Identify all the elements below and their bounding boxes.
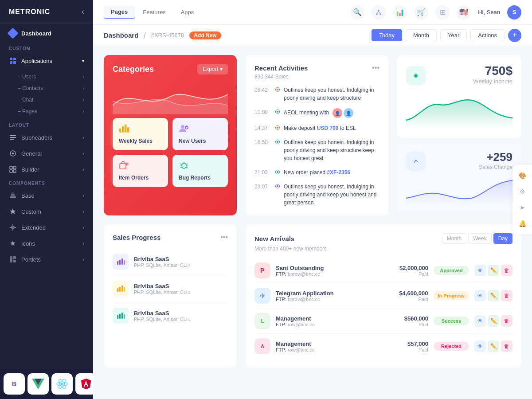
actions-button[interactable]: Actions [470, 29, 505, 41]
svg-rect-58 [121, 286, 123, 292]
sidebar-sub-users[interactable]: – Users › [18, 71, 93, 82]
sidebar-item-custom[interactable]: Custom › [0, 203, 93, 219]
sidebar-collapse-button[interactable]: ‹ [82, 7, 84, 16]
vue-icon[interactable] [27, 373, 49, 395]
activities-more-button[interactable]: ••• [372, 64, 379, 72]
rp-settings-icon[interactable]: ⚙ [515, 184, 529, 199]
sidebar-item-general[interactable]: General › [0, 145, 93, 161]
svg-rect-14 [11, 194, 15, 196]
base-label: Base [21, 192, 35, 199]
delete-button-4[interactable]: 🗑 [501, 340, 512, 352]
filter-today[interactable]: Today [372, 29, 402, 41]
arrivals-filter-day[interactable]: Day [493, 233, 512, 244]
tab-pages[interactable]: Pages [104, 6, 135, 19]
pages-label: – Pages [18, 108, 37, 114]
bootstrap-icon[interactable]: B [4, 373, 25, 395]
delete-button-3[interactable]: 🗑 [501, 315, 512, 327]
activities-title: Recent Activities [254, 64, 308, 72]
sidebar-item-builder[interactable]: Builder › [0, 161, 93, 177]
icons-label: Icons [21, 240, 35, 247]
order-link[interactable]: #XF-2356 [327, 169, 350, 176]
arrival-ftp-4: FTP: row@bnc.cc [276, 347, 383, 352]
tab-features[interactable]: Features [136, 6, 172, 19]
act-text-3: Make deposit USD 700 to ESL [284, 124, 379, 132]
activity-item: 16:50 Outlines keep you honest. Indulgin… [254, 138, 379, 162]
builder-chevron: › [83, 167, 84, 172]
analytics-button[interactable]: 📊 [393, 5, 407, 20]
income-icon [406, 66, 426, 86]
mini-card-weekly-sales[interactable]: Weekly Sales [113, 118, 168, 150]
svg-point-8 [12, 153, 14, 154]
framework-bar: B [0, 369, 93, 399]
view-button-4[interactable]: 👁 [474, 340, 486, 352]
sidebar-item-icons[interactable]: Icons › [0, 235, 93, 251]
filter-month[interactable]: Month [406, 29, 437, 41]
add-button[interactable]: + [508, 29, 521, 42]
view-button-2[interactable]: 👁 [474, 290, 486, 301]
edit-button-1[interactable]: ✏️ [488, 265, 499, 276]
mini-card-bug-reports[interactable]: Bug Reports [172, 155, 228, 187]
tab-apps[interactable]: Apps [174, 6, 201, 19]
sales-progress-card: Sales Progress ••• Briviba SaaS PHP, SQL… [104, 224, 237, 368]
connections-button[interactable] [372, 5, 386, 20]
grid-button[interactable]: ⊞ [435, 5, 450, 20]
portlets-chevron: › [83, 257, 84, 262]
sales-progress-more[interactable]: ••• [220, 233, 228, 241]
sidebar-item-portlets[interactable]: Portlets › [0, 251, 93, 267]
activities-list: 08:42 Outlines keep you honest. Indulgin… [254, 86, 379, 207]
angular-icon[interactable] [75, 373, 93, 395]
arrival-status-4: Rejected [434, 342, 469, 351]
sidebar-sub-chat[interactable]: – Chat › [18, 94, 93, 106]
act-dot-5 [276, 168, 279, 174]
svg-point-26 [379, 13, 381, 15]
sidebar-sub-pages[interactable]: – Pages › [18, 106, 93, 117]
custom-comp-label: Custom [21, 208, 41, 215]
user-greeting: Hi, Sean [478, 9, 500, 16]
main-area: Pages Features Apps 🔍 📊 🛒 ⊞ 🇺🇸 Hi, Sean … [93, 0, 532, 399]
delete-button-2[interactable]: 🗑 [501, 290, 512, 301]
sidebar-item-subheaders[interactable]: Subheaders › [0, 129, 93, 145]
bug-reports-icon [179, 161, 222, 172]
rp-bell-icon[interactable]: 🔔 [515, 216, 529, 231]
arrival-ftp-2: FTP: bprow@bnc.cc [276, 297, 383, 302]
edit-button-2[interactable]: ✏️ [488, 290, 499, 301]
rp-send-icon[interactable]: ➤ [515, 200, 529, 215]
sp-icon-2 [113, 281, 129, 297]
cart-button[interactable]: 🛒 [414, 5, 428, 20]
arrival-price-4: $57,000 [388, 340, 428, 347]
deposit-link[interactable]: USD 700 [317, 125, 339, 131]
add-new-badge[interactable]: Add New [189, 31, 221, 39]
arrival-icon-1: P [254, 262, 270, 278]
avatar-1: 👤 [332, 108, 342, 118]
view-button-1[interactable]: 👁 [474, 265, 486, 276]
dashboard-icon [7, 27, 18, 39]
edit-button-4[interactable]: ✏️ [488, 340, 499, 352]
filter-year[interactable]: Year [440, 29, 467, 41]
sp-info-3: Briviba SaaS PHP, SQLite, Artisan CLI« [134, 310, 228, 322]
react-icon[interactable] [51, 373, 73, 395]
sidebar-item-base[interactable]: Base › [0, 188, 93, 203]
arrival-row-2: ✈ Telegram Application FTP: bprow@bnc.cc… [254, 283, 512, 309]
view-button-3[interactable]: 👁 [474, 315, 486, 327]
mini-card-new-users[interactable]: New Users [172, 118, 228, 150]
svg-point-51 [412, 157, 420, 165]
sidebar: METRONIC ‹ Dashboard CUSTOM Applications… [0, 0, 93, 399]
arrivals-filter-week[interactable]: Week [468, 233, 491, 244]
sidebar-item-applications[interactable]: Applications ▾ [0, 53, 93, 69]
activities-subtitle: 890,344 Sales [254, 74, 379, 80]
delete-button-1[interactable]: 🗑 [501, 265, 512, 276]
mini-card-item-orders[interactable]: Item Orders [113, 155, 168, 187]
section-label-components: COMPONENTS [0, 177, 93, 188]
user-avatar[interactable]: S [507, 5, 521, 20]
brand-name: METRONIC [9, 8, 50, 16]
svg-rect-62 [121, 313, 123, 319]
dashboard-nav-item[interactable]: Dashboard [0, 24, 93, 43]
export-button[interactable]: Export ▾ [197, 64, 228, 74]
sidebar-sub-contacts[interactable]: – Contacts › [18, 82, 93, 94]
arrivals-filter-month[interactable]: Month [442, 233, 466, 244]
search-button[interactable]: 🔍 [350, 5, 364, 20]
content-area: Categories Export ▾ [93, 46, 532, 399]
edit-button-3[interactable]: ✏️ [488, 315, 499, 327]
rp-palette-icon[interactable]: 🎨 [515, 168, 529, 183]
sidebar-item-extended[interactable]: Extended › [0, 219, 93, 235]
